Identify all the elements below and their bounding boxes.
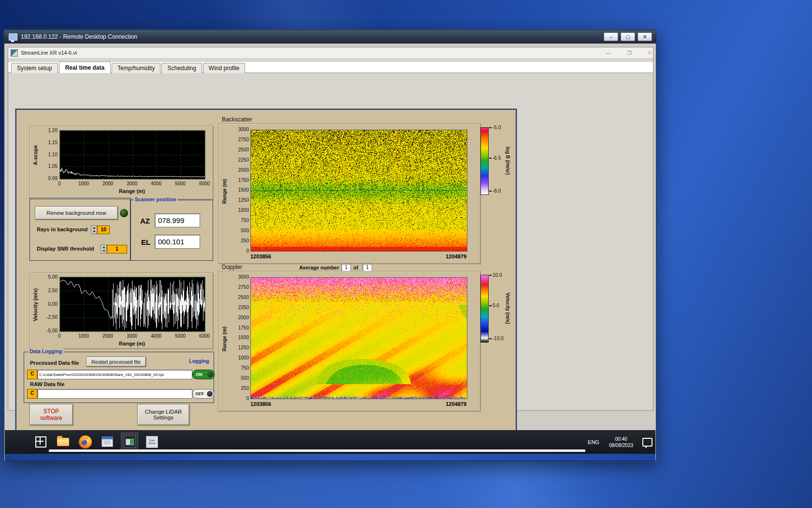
tick-label: 1.20 <box>48 128 58 133</box>
tick-label: 500 <box>241 375 249 381</box>
tick-label: 2000 <box>102 333 113 339</box>
az-label: AZ <box>140 217 150 225</box>
doppler-colorbar-label: Velocity (m/s) <box>504 277 511 340</box>
rdp-close-button[interactable] <box>638 32 652 41</box>
processed-drive-button[interactable]: C <box>27 370 37 379</box>
rdp-window-title: 192.168.0.122 - Remote Desktop Connectio… <box>21 33 137 40</box>
toggle-knob <box>207 372 213 377</box>
app-titlebar[interactable]: StreamLine XR v14-6.vi <box>8 47 653 59</box>
change-lidar-settings-button[interactable]: Change LiDARSettings <box>137 404 189 425</box>
tab-wind-profile[interactable]: Wind profile <box>203 63 245 73</box>
app-content: A-scope 1.201.151.101.050.99 01000200030… <box>8 73 653 410</box>
ascope-y-axis-label: A-scope <box>32 134 39 177</box>
language-indicator[interactable]: ENG <box>584 430 603 454</box>
backscatter-colorbar-label: log B (/m/sr) <box>504 129 511 192</box>
notes-app-button[interactable] <box>99 433 116 451</box>
tab-strip: System setup Real time data Temp/humidit… <box>8 62 653 73</box>
velocity-plot-group: Velocity (m/s) 5.002.500.00-2.50-5.00 01… <box>29 272 213 349</box>
rdp-titlebar[interactable]: 192.168.0.122 - Remote Desktop Connectio… <box>4 30 656 44</box>
tick-label: 1500 <box>238 335 249 340</box>
backscatter-plot-group: Range (m) 300027502500225020001750150012… <box>218 123 480 264</box>
snr-spinner[interactable] <box>101 245 107 254</box>
processed-path-field[interactable]: C:\Lidar\Data\Proc\2023\202308\20230808\… <box>37 370 192 379</box>
tick-label: 5000 <box>175 333 186 339</box>
tick-label: 5.00 <box>48 274 58 280</box>
tick-label: -2.50 <box>46 314 58 320</box>
restart-processed-file-button[interactable]: Restart processed file <box>86 357 146 367</box>
taskbar-open-indicator <box>49 449 585 452</box>
renew-background-button[interactable]: Renew background now <box>35 206 118 220</box>
az-value-field[interactable]: 078.999 <box>155 213 200 227</box>
app-close-button[interactable] <box>643 49 655 57</box>
el-value-field[interactable]: 000.101 <box>155 235 200 249</box>
doppler-title: Doppler <box>222 264 242 270</box>
doppler-colorbar-tick-bottom: -10.0 <box>489 336 504 341</box>
tick-label: 2000 <box>238 167 249 173</box>
notification-center-button[interactable] <box>640 430 654 454</box>
tick-label: 2.50 <box>48 288 58 293</box>
app-maximize-button[interactable] <box>623 49 636 57</box>
scan-scheduler-icon: ScanSched <box>146 436 158 448</box>
rdp-monitor-icon <box>9 33 17 41</box>
doppler-y-axis-label: Range (m) <box>221 315 228 363</box>
tab-system-setup[interactable]: System setup <box>11 63 58 73</box>
average-of-label: of <box>353 265 358 270</box>
streamline-app-button[interactable] <box>121 433 138 451</box>
start-button[interactable] <box>32 433 49 451</box>
host-desktop: 192.168.0.122 - Remote Desktop Connectio… <box>0 0 812 508</box>
tab-temp-humidity[interactable]: Temp/humidity <box>112 63 160 73</box>
velocity-x-axis-label: Range (m) <box>59 341 204 346</box>
stop-software-button[interactable]: STOPsoftware <box>29 404 73 425</box>
snr-threshold-label: Display SNR threshold <box>37 246 94 252</box>
notification-icon <box>642 438 652 447</box>
doppler-plot-group: Range (m) 300027502500225020001750150012… <box>218 271 480 411</box>
tick-label: 1000 <box>238 355 249 360</box>
doppler-colorbar-tick-top: 10.0 <box>489 272 502 278</box>
tick-label: 2750 <box>238 137 249 142</box>
tick-label: 6000 <box>199 333 210 339</box>
app-window-title: StreamLine XR v14-6.vi <box>21 50 77 56</box>
rays-spinner[interactable] <box>91 225 97 234</box>
velocity-plot <box>59 277 205 332</box>
tick-label: 6000 <box>199 181 210 186</box>
session-bottom-strip <box>5 454 655 461</box>
app-window: StreamLine XR v14-6.vi System setup Real… <box>8 47 653 411</box>
snr-value-field[interactable]: 1 <box>107 245 127 254</box>
velocity-y-axis-label: Velocity (m/s) <box>32 281 39 329</box>
scan-scheduler-button[interactable]: ScanSched <box>143 433 160 451</box>
rdp-minimize-button[interactable] <box>604 32 618 41</box>
processed-logging-toggle[interactable]: ON <box>192 370 215 379</box>
backscatter-title: Backscatter <box>222 116 252 123</box>
raw-drive-button[interactable]: C <box>27 389 37 399</box>
ascope-y-ticks: 1.201.151.101.050.99 <box>44 128 58 181</box>
folder-icon <box>57 438 69 446</box>
tick-label: 3000 <box>238 127 249 132</box>
tick-label: 1000 <box>78 181 89 186</box>
rdp-maximize-button[interactable] <box>621 32 635 41</box>
backscatter-colorbar-tick-top: -5.0 <box>489 125 501 130</box>
rays-value-field[interactable]: 10 <box>97 225 110 234</box>
raw-logging-toggle[interactable]: OFF <box>192 389 214 399</box>
scanner-position-box: Scanner position AZ 078.999 EL 000.101 <box>130 200 213 261</box>
tick-label: 1750 <box>238 178 249 183</box>
app-icon <box>11 49 18 57</box>
clock[interactable]: 00:40 08/08/2023 <box>603 430 639 454</box>
tab-scheduling[interactable]: Scheduling <box>161 63 202 73</box>
tick-label: 3000 <box>238 274 249 280</box>
app-minimize-button[interactable] <box>602 49 615 57</box>
file-explorer-button[interactable] <box>54 433 72 451</box>
raw-path-field[interactable] <box>37 389 192 399</box>
tab-real-time-data[interactable]: Real time data <box>59 61 111 73</box>
backscatter-x-start: 1203856 <box>250 254 271 259</box>
tick-label: 1250 <box>238 345 249 350</box>
backscatter-heatmap <box>250 130 467 252</box>
firefox-button[interactable] <box>76 433 94 451</box>
tick-label: 2750 <box>238 284 249 290</box>
data-logging-box: Data Logging Processed Data file Restart… <box>24 352 214 403</box>
velocity-y-ticks: 5.002.500.00-2.50-5.00 <box>42 274 58 333</box>
tick-label: 0 <box>246 396 249 401</box>
velocity-x-ticks: 0100020003000400050006000 <box>59 333 204 339</box>
start-icon <box>35 436 46 448</box>
el-label: EL <box>141 238 150 246</box>
tick-label: -5.00 <box>46 328 58 333</box>
